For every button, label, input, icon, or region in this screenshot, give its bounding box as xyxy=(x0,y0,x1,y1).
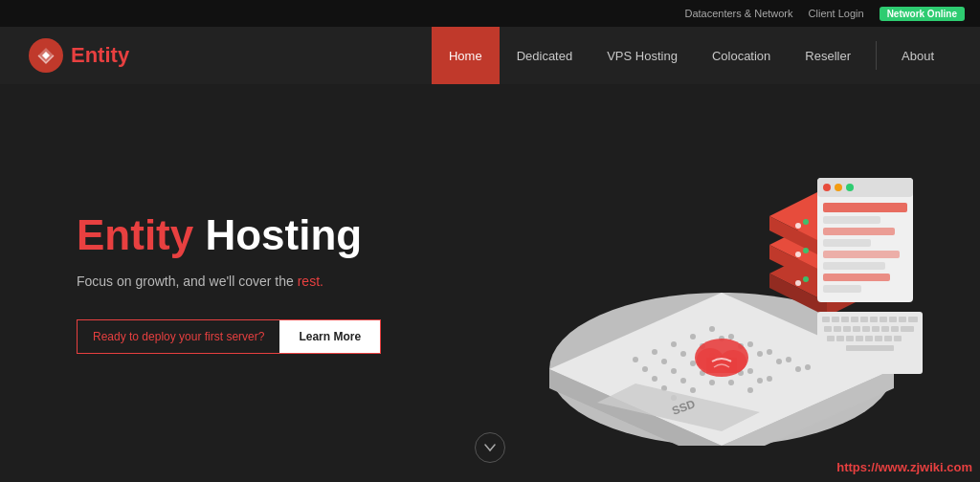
svg-rect-47 xyxy=(706,358,737,373)
svg-rect-93 xyxy=(881,326,889,332)
svg-rect-100 xyxy=(865,336,873,341)
svg-rect-64 xyxy=(817,178,913,197)
datacenters-link[interactable]: Datacenters & Network xyxy=(684,8,792,19)
svg-point-13 xyxy=(786,357,791,362)
svg-rect-104 xyxy=(846,345,894,351)
utility-bar: Datacenters & Network Client Login Netwo… xyxy=(0,0,980,27)
svg-rect-86 xyxy=(908,317,918,322)
nav-item-home[interactable]: Home xyxy=(432,27,500,84)
nav-links: Home Dedicated VPS Hosting Colocation Re… xyxy=(432,27,951,84)
svg-rect-68 xyxy=(823,203,907,212)
svg-point-30 xyxy=(767,376,772,382)
svg-point-59 xyxy=(795,252,801,257)
svg-rect-87 xyxy=(824,326,832,332)
svg-point-41 xyxy=(747,387,753,393)
svg-rect-80 xyxy=(851,317,858,322)
svg-point-38 xyxy=(690,387,696,393)
hero-subtitle: Focus on growth, and we'll cover the res… xyxy=(77,274,381,289)
nav-item-about[interactable]: About xyxy=(884,27,951,84)
svg-rect-75 xyxy=(823,285,861,293)
svg-rect-78 xyxy=(832,317,839,322)
svg-rect-95 xyxy=(901,326,914,332)
network-status-badge: Network Online xyxy=(880,7,965,21)
svg-point-25 xyxy=(671,368,677,374)
svg-rect-90 xyxy=(853,326,860,332)
svg-rect-103 xyxy=(894,336,902,341)
svg-point-9 xyxy=(709,326,715,332)
svg-point-12 xyxy=(767,349,772,355)
svg-point-66 xyxy=(835,184,842,191)
svg-rect-89 xyxy=(843,326,851,332)
svg-point-67 xyxy=(846,184,854,191)
svg-rect-72 xyxy=(823,251,900,258)
svg-point-62 xyxy=(803,276,809,282)
hero-title-rest: Hosting xyxy=(193,211,362,258)
svg-point-57 xyxy=(795,223,801,229)
svg-point-14 xyxy=(805,364,811,370)
hero-title-brand: Entity xyxy=(77,211,193,258)
client-login-link[interactable]: Client Login xyxy=(809,8,864,19)
svg-rect-69 xyxy=(823,216,880,224)
svg-point-15 xyxy=(642,366,648,372)
cta-question: Ready to deploy your first server? xyxy=(78,320,279,353)
svg-point-29 xyxy=(747,368,753,374)
hero-svg-illustration: SSD xyxy=(521,120,923,446)
hero-cta: Ready to deploy your first server? Learn… xyxy=(77,319,381,354)
svg-rect-98 xyxy=(846,336,854,341)
svg-rect-84 xyxy=(889,317,897,322)
logo-icon xyxy=(29,38,63,73)
svg-rect-71 xyxy=(823,239,871,247)
svg-point-32 xyxy=(680,378,686,383)
svg-point-7 xyxy=(671,341,677,347)
watermark: https://www.zjwiki.com xyxy=(836,460,972,474)
svg-rect-102 xyxy=(884,336,892,341)
hero-subtitle-highlight: rest. xyxy=(298,274,323,289)
svg-rect-97 xyxy=(836,336,844,341)
nav-item-dedicated[interactable]: Dedicated xyxy=(500,27,590,84)
svg-point-5 xyxy=(633,357,638,362)
svg-rect-73 xyxy=(823,262,885,270)
svg-rect-85 xyxy=(899,317,906,322)
svg-point-58 xyxy=(803,219,809,225)
svg-rect-82 xyxy=(870,317,878,322)
svg-point-26 xyxy=(690,361,696,366)
hero-illustration: SSD xyxy=(521,120,923,446)
svg-rect-79 xyxy=(841,317,849,322)
nav-divider xyxy=(876,41,877,70)
svg-point-8 xyxy=(690,334,696,340)
hero-section: Entity Hosting Focus on growth, and we'l… xyxy=(0,84,980,482)
svg-point-11 xyxy=(747,341,753,347)
svg-point-39 xyxy=(709,380,715,385)
svg-rect-83 xyxy=(880,317,887,322)
svg-point-61 xyxy=(795,280,801,286)
learn-more-button[interactable]: Learn More xyxy=(279,320,380,353)
svg-point-21 xyxy=(757,351,763,357)
scroll-down-button[interactable] xyxy=(475,432,505,463)
svg-rect-77 xyxy=(822,317,830,322)
hero-subtitle-text: Focus on growth, and we'll cover the xyxy=(77,274,298,289)
svg-point-65 xyxy=(823,184,831,191)
svg-rect-74 xyxy=(823,274,890,281)
hero-title: Entity Hosting xyxy=(77,212,381,258)
svg-point-60 xyxy=(803,248,809,253)
nav-item-colocation[interactable]: Colocation xyxy=(695,27,788,84)
svg-point-22 xyxy=(776,359,782,364)
nav-item-vps[interactable]: VPS Hosting xyxy=(590,27,695,84)
svg-rect-88 xyxy=(834,326,841,332)
hero-content: Entity Hosting Focus on growth, and we'l… xyxy=(77,212,381,354)
chevron-down-icon xyxy=(483,441,497,454)
svg-rect-81 xyxy=(860,317,868,322)
svg-point-16 xyxy=(661,359,667,364)
svg-point-6 xyxy=(652,349,657,355)
svg-point-23 xyxy=(795,366,801,372)
svg-point-40 xyxy=(728,380,734,385)
svg-rect-94 xyxy=(891,326,899,332)
svg-rect-101 xyxy=(875,336,882,341)
svg-rect-96 xyxy=(827,336,835,341)
svg-point-36 xyxy=(757,378,763,383)
svg-rect-99 xyxy=(856,336,863,341)
svg-point-24 xyxy=(652,376,657,382)
svg-rect-91 xyxy=(862,326,870,332)
logo[interactable]: Entity xyxy=(29,38,129,73)
nav-item-reseller[interactable]: Reseller xyxy=(788,27,868,84)
